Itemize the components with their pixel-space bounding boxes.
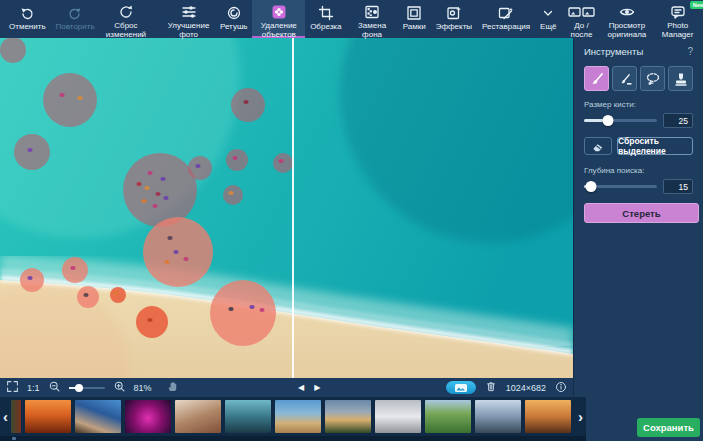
brush-size-label: Размер кисти:	[584, 100, 698, 109]
reset-icon	[118, 4, 134, 20]
next-photo-button[interactable]: ▶	[314, 383, 320, 392]
more-button[interactable]: Ещё	[535, 0, 561, 38]
tab-background-replace[interactable]: Замена фона	[346, 0, 397, 38]
filmstrip-thumbnail[interactable]	[125, 400, 171, 433]
filmstrip-thumbnail[interactable]	[225, 400, 271, 433]
help-button[interactable]: ?	[687, 46, 693, 57]
before-after-button[interactable]: До / после	[561, 0, 601, 38]
tab-photo-enhancement[interactable]: Улучшение фото	[162, 0, 215, 38]
photo-editor-window: Отменить Повторить Сброс изменений Улучш…	[0, 0, 703, 441]
tab-frames[interactable]: Рамки	[398, 0, 431, 38]
zoom-out-button[interactable]	[48, 380, 61, 395]
panel-title: Инструменты	[584, 46, 643, 57]
tab-effects[interactable]: Эффекты	[431, 0, 477, 38]
lasso-icon	[645, 71, 661, 87]
zoom-in-button[interactable]	[113, 380, 126, 395]
filmstrip-thumbnail[interactable]	[75, 400, 121, 433]
zoom-level: 81%	[134, 383, 152, 393]
canvas-image[interactable]	[0, 38, 573, 378]
tab-restoration[interactable]: Реставрация	[477, 0, 535, 38]
image-dimensions: 1024×682	[506, 383, 546, 393]
chevron-down-icon	[540, 4, 556, 21]
filmstrip-prev-button[interactable]: ‹	[0, 400, 11, 433]
erase-button[interactable]: Стереть	[584, 203, 699, 223]
scrollbar-handle[interactable]	[12, 437, 16, 440]
filmstrip-thumbnail[interactable]	[525, 400, 571, 433]
actual-size-button[interactable]: 1:1	[27, 383, 40, 393]
status-bar: 1:1 81% ◀ ▶ 1024×6	[0, 378, 573, 397]
reset-selection-button[interactable]: Сбросить выделение	[617, 137, 693, 155]
eraser-brush-tool[interactable]	[612, 66, 637, 91]
eye-icon	[619, 4, 635, 20]
reset-changes-button[interactable]: Сброс изменений	[100, 0, 153, 38]
redo-icon	[67, 4, 83, 21]
prev-photo-button[interactable]: ◀	[298, 383, 304, 392]
eraser-button[interactable]	[584, 137, 612, 155]
stamp-icon	[673, 71, 689, 87]
eraser-icon	[591, 139, 606, 154]
filmstrip-thumbnail[interactable]	[11, 400, 21, 433]
picture-icon	[454, 383, 468, 393]
lasso-tool[interactable]	[640, 66, 665, 91]
hand-tool-button[interactable]	[166, 380, 179, 395]
tools-panel: Инструменты ? Размер кисти: 25	[573, 38, 703, 441]
filmstrip-scrollbar[interactable]	[0, 436, 586, 441]
view-original-button[interactable]: Просмотр оригинала	[602, 0, 653, 38]
chat-bubble-icon	[670, 4, 686, 20]
filmstrip-thumbnail[interactable]	[175, 400, 221, 433]
crop-icon	[318, 4, 334, 21]
search-depth-value[interactable]: 15	[663, 179, 693, 194]
top-toolbar: Отменить Повторить Сброс изменений Улучш…	[0, 0, 703, 38]
brush-icon	[589, 71, 605, 87]
zoom-slider[interactable]	[69, 387, 105, 389]
background-replace-icon	[364, 4, 380, 20]
stamp-tool[interactable]	[668, 66, 693, 91]
undo-icon	[19, 4, 35, 21]
tab-retouch[interactable]: Ретушь	[215, 0, 253, 38]
before-after-divider[interactable]	[292, 38, 294, 378]
filmstrip-thumbnail[interactable]	[325, 400, 371, 433]
search-depth-label: Глубина поиска:	[584, 166, 698, 175]
restoration-icon	[498, 4, 514, 21]
tab-crop[interactable]: Обрезка	[305, 0, 346, 38]
filmstrip-thumbnail[interactable]	[275, 400, 321, 433]
thumbnail-list	[11, 400, 575, 433]
brush-size-value[interactable]: 25	[663, 113, 693, 128]
save-button[interactable]: Сохранить	[637, 418, 700, 437]
search-depth-slider[interactable]	[584, 185, 657, 188]
undo-button[interactable]: Отменить	[4, 0, 51, 38]
filmstrip-thumbnail[interactable]	[475, 400, 521, 433]
filmstrip-thumbnail[interactable]	[25, 400, 71, 433]
filmstrip: ‹ ›	[0, 397, 586, 436]
new-badge: New	[690, 1, 703, 9]
photo-manager-pill[interactable]	[446, 381, 476, 394]
filmstrip-next-button[interactable]: ›	[575, 400, 586, 433]
filmstrip-thumbnail[interactable]	[375, 400, 421, 433]
object-removal-icon	[271, 4, 287, 20]
trash-button[interactable]	[485, 380, 497, 395]
before-after-icon	[568, 4, 596, 20]
sliders-icon	[181, 4, 197, 20]
filmstrip-thumbnail[interactable]	[425, 400, 471, 433]
selection-brush-tool[interactable]	[584, 66, 609, 91]
redo-button[interactable]: Повторить	[51, 0, 100, 38]
brush-size-slider[interactable]	[584, 119, 657, 122]
effects-icon	[446, 4, 462, 21]
frames-icon	[406, 4, 422, 21]
tab-object-removal[interactable]: Удаление объектов	[252, 0, 305, 38]
brush-minus-icon	[617, 71, 633, 87]
fit-screen-button[interactable]	[6, 380, 19, 395]
retouch-icon	[226, 4, 242, 21]
info-button[interactable]	[555, 381, 567, 395]
photo-manager-button[interactable]: Photo Manager New	[652, 0, 703, 38]
